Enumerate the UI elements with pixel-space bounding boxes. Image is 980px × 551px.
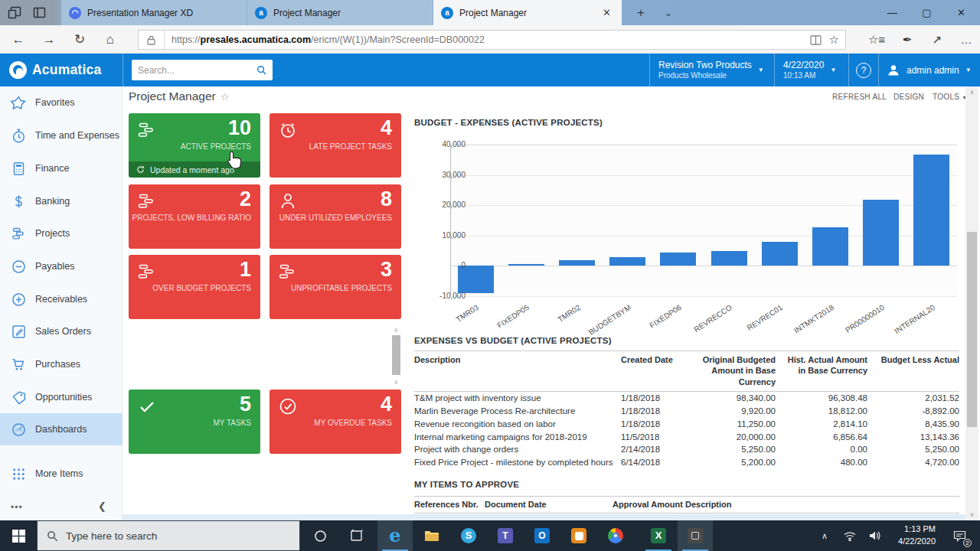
sidebar-item-purchases[interactable]: Purchases	[0, 348, 122, 380]
tabs-preview-icon[interactable]	[32, 5, 47, 20]
kpi-tile-over-budget-projects[interactable]: 1OVER BUDGET PROJECTS	[129, 255, 260, 319]
global-search-input[interactable]: Search...	[132, 60, 273, 80]
sidebar-item-time-and-expenses[interactable]: Time and Expenses	[0, 119, 122, 152]
kpi-tile-projects-low-billing-ratio[interactable]: 2PROJECTS, LOW BILLING RATIO	[129, 184, 260, 249]
tools-button[interactable]: TOOLS ▼	[933, 93, 968, 101]
sidebar-item-banking[interactable]: Banking	[0, 185, 122, 217]
table-row[interactable]: Revenue recongition based on labor1/18/2…	[414, 417, 959, 430]
table-row[interactable]: Internal marketing campaigns for 2018-20…	[414, 430, 959, 443]
table-row[interactable]: Fixed Price Project - milestone by compl…	[414, 456, 959, 469]
scroll-down-icon[interactable]: ∨	[965, 509, 978, 520]
edge-taskbar-icon[interactable]: e	[377, 520, 413, 551]
capture-app-icon[interactable]	[561, 520, 596, 551]
tab-list-chevron-icon[interactable]: ⌄	[657, 0, 680, 25]
column-header[interactable]: Description	[414, 351, 615, 392]
wifi-icon[interactable]	[838, 520, 861, 551]
tiles-scrollbar-thumb[interactable]	[392, 335, 400, 375]
table-row[interactable]: Project with change orders2/14/20185,250…	[414, 443, 959, 456]
tray-clock[interactable]: 1:13 PM 4/22/2020	[882, 523, 936, 548]
table-row[interactable]: T&M project with inventory issue1/18/201…	[414, 391, 959, 404]
scroll-up-icon[interactable]: ∧	[965, 86, 978, 98]
browser-menu-icon[interactable]: …	[957, 31, 975, 49]
column-header[interactable]: References Nbr.	[414, 497, 485, 514]
kpi-tile-under-utilized-employees[interactable]: 8UNDER UTILIZED EMPLOYEES	[270, 184, 401, 249]
bar-PR00000010[interactable]	[863, 200, 899, 266]
skype-icon[interactable]: S	[451, 520, 486, 551]
tab-close-icon[interactable]: ✕	[599, 7, 614, 18]
sidebar-collapse-icon[interactable]: ❮	[98, 500, 106, 512]
window-minimize-button[interactable]: —	[875, 0, 910, 25]
main-scrollbar[interactable]: ∧ ∨	[965, 86, 978, 520]
column-header[interactable]: Approval Amount	[612, 497, 685, 514]
reading-view-icon[interactable]	[810, 35, 822, 45]
browser-tab-active[interactable]: a Project Manager ✕	[433, 0, 622, 25]
favorites-hub-icon[interactable]: ☆≡	[867, 31, 886, 49]
tiles-scroll-up-icon[interactable]: ∧	[390, 327, 403, 334]
bar-FIXEDP05[interactable]	[508, 264, 544, 266]
browser-tab-1[interactable]: ◠ Presentation Manager XD	[61, 0, 247, 25]
table-row[interactable]: Marlin Beverage Process Re-architecture1…	[414, 405, 959, 418]
column-header[interactable]: Description	[685, 497, 959, 514]
help-button[interactable]: ?	[856, 54, 871, 86]
tray-expand-icon[interactable]: ∧	[813, 520, 836, 551]
favorite-star-icon[interactable]: ☆	[829, 33, 839, 47]
kpi-tile-my-overdue-tasks[interactable]: 4MY OVERDUE TASKS	[270, 390, 401, 454]
search-icon[interactable]	[256, 65, 266, 75]
column-header[interactable]: Budget Less Actual	[867, 351, 959, 392]
url-field[interactable]: https://presales.acumatica.com/ericm/(W(…	[138, 30, 846, 50]
window-restore-button[interactable]: ▢	[910, 0, 944, 25]
refresh-button[interactable]: ↻	[70, 31, 89, 48]
sidebar-item-opportunities[interactable]: Opportunities	[0, 381, 122, 413]
acumatica-logo[interactable]: Acumatica	[9, 54, 101, 86]
browser-tab-2[interactable]: a Project Manager	[247, 0, 433, 25]
page-favorite-star-icon[interactable]: ☆	[220, 91, 230, 103]
set-tabs-aside-icon[interactable]	[8, 5, 22, 20]
column-header[interactable]: Created Date	[615, 351, 676, 392]
outlook-icon[interactable]: O	[524, 520, 560, 551]
chrome-icon[interactable]	[598, 520, 633, 551]
file-explorer-icon[interactable]	[414, 520, 449, 551]
excel-icon[interactable]: X	[641, 520, 676, 551]
bar-REVREC01[interactable]	[762, 242, 798, 266]
kpi-tile-my-tasks[interactable]: 5MY TASKS	[129, 390, 260, 454]
scrollbar-thumb[interactable]	[967, 232, 977, 427]
column-header[interactable]: Hist. Actual Amountin Base Currency	[776, 351, 867, 392]
business-date-selector[interactable]: 4/22/2020 10:13 AM ▼	[783, 54, 843, 86]
bar-TMR03[interactable]	[458, 266, 494, 293]
annotate-icon[interactable]: ✒	[898, 31, 916, 49]
kpi-tile-unprofitable-projects[interactable]: 3UNPROFITABLE PROJECTS	[270, 255, 401, 319]
home-button[interactable]: ⌂	[101, 31, 119, 48]
bar-TMR02[interactable]	[559, 260, 595, 266]
sidebar-item-projects[interactable]: Projects	[0, 217, 122, 249]
forward-button[interactable]: →	[40, 31, 58, 48]
bar-BUDGETBYM[interactable]	[609, 257, 645, 266]
snip-app-icon[interactable]	[678, 520, 713, 551]
sidebar-item-receivables[interactable]: Receivables	[0, 283, 122, 315]
company-selector[interactable]: Revision Two Products Products Wholesale…	[658, 54, 769, 86]
sidebar-more-icon[interactable]: •••	[11, 502, 23, 513]
kpi-tile-late-project-tasks[interactable]: 4LATE PROJECT TASKS	[270, 113, 401, 178]
bar-INTERNAL20[interactable]	[913, 155, 949, 266]
sidebar-item-finance[interactable]: Finance	[0, 152, 122, 184]
tiles-scrollbar[interactable]: ∧ ∨	[390, 327, 403, 386]
user-menu[interactable]: admin admin ▼	[887, 54, 972, 86]
sidebar-item-more-items[interactable]: More Items	[0, 458, 122, 490]
sidebar-item-sales-orders[interactable]: Sales Orders	[0, 315, 122, 347]
taskbar-search-input[interactable]: Type here to search	[37, 520, 300, 551]
teams-icon[interactable]: T	[488, 520, 523, 551]
back-button[interactable]: ←	[9, 31, 28, 48]
tiles-scroll-down-icon[interactable]: ∨	[390, 379, 403, 386]
bar-REVRECCO[interactable]	[711, 251, 747, 266]
column-header[interactable]: Document Date	[485, 497, 612, 514]
bar-INTMKT2018[interactable]	[812, 227, 848, 266]
design-button[interactable]: DESIGN	[893, 93, 924, 101]
new-tab-button[interactable]: +	[629, 0, 652, 25]
notifications-icon[interactable]: 2	[946, 520, 973, 551]
window-close-button[interactable]: ✕	[944, 0, 978, 25]
cortana-icon[interactable]	[302, 520, 338, 551]
sidebar-item-payables[interactable]: Payables	[0, 250, 122, 282]
bar-FIXEDP06[interactable]	[660, 253, 696, 266]
sidebar-item-dashboards[interactable]: Dashboards	[0, 413, 122, 445]
start-button[interactable]	[0, 520, 37, 551]
task-view-icon[interactable]	[338, 520, 374, 551]
